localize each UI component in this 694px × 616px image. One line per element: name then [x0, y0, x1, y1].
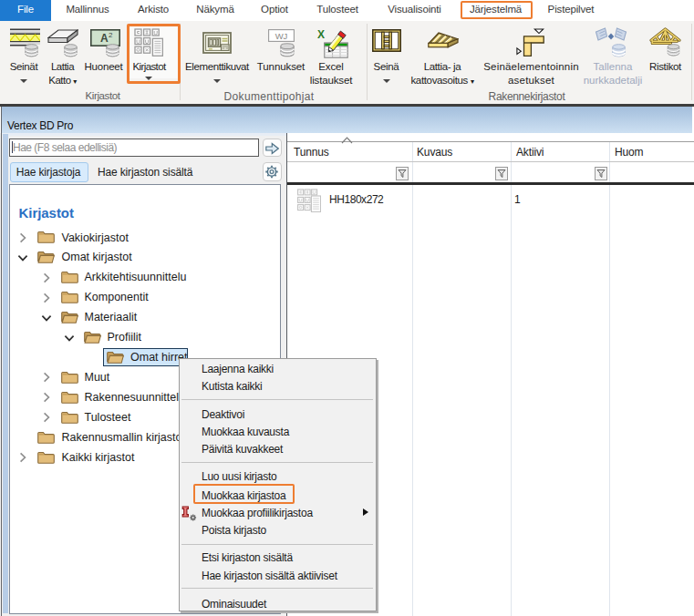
svg-text:2: 2 — [109, 31, 113, 39]
svg-text:WJ: WJ — [274, 31, 287, 41]
svg-text:X: X — [317, 27, 325, 40]
